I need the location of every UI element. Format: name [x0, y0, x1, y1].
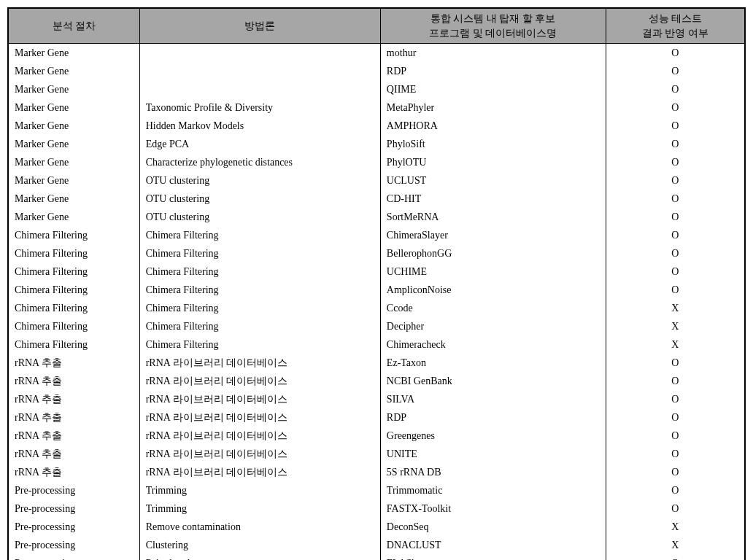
table-row: Marker GeneQIIMEO — [8, 80, 745, 98]
header-candidate-program: 통합 시스템 내 탑재 할 후보 프로그램 및 데이터베이스명 — [380, 8, 606, 44]
cell-performance-result: O — [606, 171, 745, 190]
cell-performance-result: O — [606, 135, 745, 153]
cell-analysis-procedure: Marker Gene — [8, 80, 139, 98]
cell-methodology: OTU clustering — [139, 171, 380, 190]
cell-analysis-procedure: Marker Gene — [8, 153, 139, 171]
table-header-row: 분석 절차 방법론 통합 시스템 내 탑재 할 후보 프로그램 및 데이터베이스… — [8, 8, 745, 44]
cell-analysis-procedure: rRNA 추출 — [8, 354, 139, 372]
cell-analysis-procedure: Chimera Filtering — [8, 244, 139, 262]
table-row: rRNA 추출rRNA 라이브러리 데이터베이스Ez-TaxonO — [8, 354, 745, 372]
cell-performance-result: O — [606, 208, 745, 226]
cell-analysis-procedure: Marker Gene — [8, 171, 139, 190]
cell-methodology: rRNA 라이브러리 데이터베이스 — [139, 463, 380, 481]
cell-performance-result: X — [606, 335, 745, 354]
header-perf-line2: 결과 반영 여부 — [642, 28, 708, 39]
cell-candidate-program: Ccode — [380, 299, 606, 317]
table-row: rRNA 추출rRNA 라이브러리 데이터베이스NCBI GenBankO — [8, 372, 745, 390]
cell-candidate-program: FASTX-Toolkit — [380, 499, 606, 518]
cell-candidate-program: SortMeRNA — [380, 208, 606, 226]
table-body: Marker GenemothurOMarker GeneRDPOMarker … — [8, 44, 745, 560]
cell-candidate-program: 5S rRNA DB — [380, 463, 606, 481]
cell-methodology: Chimera Filtering — [139, 317, 380, 335]
table-row: Chimera FilteringChimera FilteringUCHIME… — [8, 262, 745, 281]
cell-candidate-program: SILVA — [380, 390, 606, 408]
cell-analysis-procedure: Chimera Filtering — [8, 262, 139, 281]
table-row: Chimera FilteringChimera FilteringAmplic… — [8, 281, 745, 299]
table-row: Chimera FilteringChimera FilteringDeciph… — [8, 317, 745, 335]
cell-candidate-program: Chimeracheck — [380, 335, 606, 354]
cell-candidate-program: QIIME — [380, 80, 606, 98]
table-row: rRNA 추출rRNA 라이브러리 데이터베이스5S rRNA DBO — [8, 463, 745, 481]
cell-methodology: Clustering — [139, 536, 380, 554]
cell-analysis-procedure: Marker Gene — [8, 117, 139, 135]
cell-methodology: rRNA 라이브러리 데이터베이스 — [139, 427, 380, 445]
cell-methodology: Remove contamination — [139, 518, 380, 536]
cell-analysis-procedure: Pre-processing — [8, 554, 139, 560]
table-row: Marker GeneHidden Markov ModelsAMPHORAO — [8, 117, 745, 135]
cell-methodology: Paired-end merge — [139, 554, 380, 560]
cell-candidate-program: Trimmomatic — [380, 481, 606, 499]
cell-performance-result: O — [606, 554, 745, 560]
cell-performance-result: O — [606, 117, 745, 135]
cell-analysis-procedure: Chimera Filtering — [8, 317, 139, 335]
cell-performance-result: O — [606, 445, 745, 463]
table-row: rRNA 추출rRNA 라이브러리 데이터베이스GreengenesO — [8, 427, 745, 445]
cell-analysis-procedure: Pre-processing — [8, 536, 139, 554]
cell-methodology: Hidden Markov Models — [139, 117, 380, 135]
cell-analysis-procedure: Chimera Filtering — [8, 299, 139, 317]
cell-performance-result: O — [606, 499, 745, 518]
cell-methodology: Chimera Filtering — [139, 226, 380, 244]
cell-performance-result: X — [606, 536, 745, 554]
cell-performance-result: O — [606, 427, 745, 445]
cell-methodology: OTU clustering — [139, 190, 380, 208]
table-row: Marker GeneOTU clusteringCD-HITO — [8, 190, 745, 208]
cell-analysis-procedure: Marker Gene — [8, 190, 139, 208]
cell-performance-result: O — [606, 390, 745, 408]
table-row: Chimera FilteringChimera FilteringBeller… — [8, 244, 745, 262]
cell-methodology: Chimera Filtering — [139, 299, 380, 317]
cell-analysis-procedure: rRNA 추출 — [8, 372, 139, 390]
table-row: Pre-processingTrimmingFASTX-ToolkitO — [8, 499, 745, 518]
cell-candidate-program: UNITE — [380, 445, 606, 463]
cell-candidate-program: mothur — [380, 44, 606, 63]
cell-methodology — [139, 80, 380, 98]
table-row: Marker GeneOTU clusteringUCLUSTO — [8, 171, 745, 190]
table-row: Marker GeneCharacterize phylogenetic dis… — [8, 153, 745, 171]
cell-candidate-program: MetaPhyler — [380, 98, 606, 117]
cell-performance-result: O — [606, 481, 745, 499]
cell-candidate-program: UCHIME — [380, 262, 606, 281]
cell-performance-result: O — [606, 262, 745, 281]
cell-methodology: rRNA 라이브러리 데이터베이스 — [139, 445, 380, 463]
cell-candidate-program: PhylOTU — [380, 153, 606, 171]
cell-performance-result: O — [606, 463, 745, 481]
cell-analysis-procedure: Marker Gene — [8, 135, 139, 153]
cell-methodology: Trimming — [139, 481, 380, 499]
cell-performance-result: O — [606, 281, 745, 299]
cell-analysis-procedure: rRNA 추출 — [8, 408, 139, 427]
cell-candidate-program: UCLUST — [380, 171, 606, 190]
cell-performance-result: O — [606, 98, 745, 117]
cell-performance-result: O — [606, 408, 745, 427]
cell-candidate-program: Decipher — [380, 317, 606, 335]
cell-performance-result: O — [606, 372, 745, 390]
cell-analysis-procedure: rRNA 추출 — [8, 445, 139, 463]
cell-performance-result: O — [606, 80, 745, 98]
cell-candidate-program: Greengenes — [380, 427, 606, 445]
cell-methodology — [139, 44, 380, 63]
header-performance-test: 성능 테스트 결과 반영 여부 — [606, 8, 745, 44]
cell-methodology: rRNA 라이브러리 데이터베이스 — [139, 408, 380, 427]
cell-candidate-program: BellerophonGG — [380, 244, 606, 262]
table-row: Marker GenemothurO — [8, 44, 745, 63]
cell-analysis-procedure: rRNA 추출 — [8, 390, 139, 408]
cell-methodology: rRNA 라이브러리 데이터베이스 — [139, 354, 380, 372]
cell-candidate-program: CD-HIT — [380, 190, 606, 208]
cell-performance-result: X — [606, 518, 745, 536]
cell-candidate-program: RDP — [380, 62, 606, 80]
table-row: Chimera FilteringChimera FilteringChimer… — [8, 226, 745, 244]
cell-candidate-program: DNACLUST — [380, 536, 606, 554]
cell-performance-result: O — [606, 226, 745, 244]
cell-analysis-procedure: Pre-processing — [8, 518, 139, 536]
cell-analysis-procedure: rRNA 추출 — [8, 427, 139, 445]
header-candidate-line2: 프로그램 및 데이터베이스명 — [429, 28, 557, 39]
table-row: Marker GeneRDPO — [8, 62, 745, 80]
